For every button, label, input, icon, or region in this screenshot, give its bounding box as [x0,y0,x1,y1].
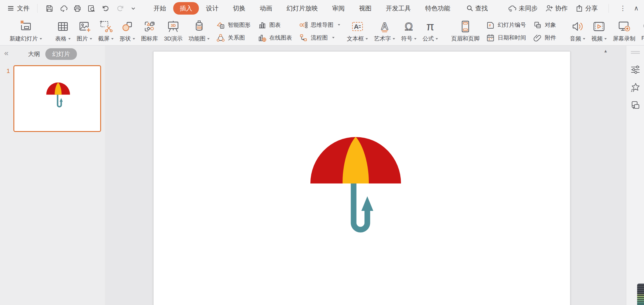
omega-glyph: Ω [405,21,413,33]
pi-glyph: π [426,20,434,33]
print-icon [73,4,81,13]
flowchart-label: 流程图 [311,34,328,42]
presentation-3d-label: 3D演示 [164,35,182,43]
tab-home[interactable]: 开始 [146,2,173,15]
object-button[interactable]: 对象 [531,18,558,31]
properties-sliders-icon[interactable] [630,65,640,75]
formula-pi-icon: π [423,20,437,33]
panel-handle-icon[interactable] [630,50,640,56]
relation-chart-icon [216,33,225,42]
object-label: 对象 [545,21,556,29]
screenshot-label: 截屏 [98,35,109,43]
effects-star-icon[interactable] [630,83,640,93]
tab-animation[interactable]: 动画 [253,2,279,15]
video-button[interactable]: 视频 [588,18,610,43]
table-button[interactable]: 表格 [52,18,74,43]
dropdown-caret-icon [40,38,42,40]
attachment-icon [533,33,542,42]
online-chart-button[interactable]: 在线图表 [256,31,294,44]
dropdown-caret-icon [436,38,438,40]
tab-design[interactable]: 设计 [199,2,226,15]
attachment-button[interactable]: 附件 [531,31,558,44]
icon-library-label: 图标库 [141,35,158,43]
print-button[interactable] [73,4,81,13]
right-tool-strip [626,46,644,305]
audio-icon [571,20,584,33]
dropdown-caret-icon [366,38,368,40]
chevron-down-icon [130,5,136,11]
tab-slides[interactable]: 幻灯片 [45,48,77,60]
chart-icon [258,21,267,29]
umbrella-graphic[interactable] [308,135,403,234]
flash-button[interactable]: F Flash [638,18,644,42]
file-menu-button[interactable]: 文件 [7,4,30,13]
textbox-button[interactable]: A 文本框 [344,18,371,43]
tab-review[interactable]: 审阅 [325,2,352,15]
video-label: 视频 [591,35,603,43]
save-button[interactable] [45,4,53,13]
smart-graphic-button[interactable]: 智能图形 [214,18,252,31]
editing-canvas[interactable]: ▲ [105,46,626,305]
chart-label: 图表 [269,21,281,29]
relation-chart-label: 关系图 [228,34,245,42]
video-icon [592,20,606,33]
sync-status-button[interactable]: 未同步 [508,4,538,13]
hamburger-icon [7,5,14,12]
presentation-3d-button[interactable]: 3D 3D演示 [161,18,185,43]
scrollbar-up-button[interactable]: ▲ [603,49,608,53]
chart-button[interactable]: 图表 [256,18,294,31]
screen-record-button[interactable]: 屏幕录制 [610,18,638,43]
find-button[interactable]: 查找 [466,4,488,13]
collaborate-button[interactable]: 协作 [545,4,568,13]
print-preview-button[interactable] [87,4,95,13]
symbol-button[interactable]: Ω 符号 [398,18,419,43]
table-label: 表格 [55,35,66,43]
new-slide-button[interactable]: 新建幻灯片 [7,18,45,43]
undo-button[interactable] [101,4,110,13]
redo-button[interactable] [116,4,124,13]
customize-toolbar-button[interactable] [130,5,136,11]
more-menu-button[interactable]: ⋮ [620,5,626,12]
attachment-label: 附件 [545,34,556,42]
collapse-ribbon-button[interactable]: ∧ [634,5,639,12]
relation-chart-button[interactable]: 关系图 [214,31,252,44]
umbrella-graphic-thumbnail [46,82,71,108]
tab-view[interactable]: 视图 [352,2,379,15]
taskbar-widget-peek[interactable] [637,284,644,305]
screenshot-icon [99,20,113,33]
wordart-button[interactable]: A 艺术字 [371,18,398,43]
share-button[interactable]: 分享 [575,4,598,13]
collaborate-label: 协作 [555,4,568,13]
icon-library-button[interactable]: 图标库 [138,18,161,43]
formula-button[interactable]: π 公式 [419,18,441,43]
slide-number-button[interactable]: # 幻灯片编号 [484,18,528,31]
screen-record-icon [617,20,631,33]
screenshot-button[interactable]: 截屏 [95,18,117,43]
slide-1-canvas[interactable] [153,51,570,305]
switch-shapes-icon[interactable] [630,100,640,111]
save-icon [45,4,53,13]
tab-outline[interactable]: 大纲 [28,50,40,58]
tab-developer[interactable]: 开发工具 [379,2,418,15]
slide-thumbnail[interactable] [13,65,101,132]
shapes-button[interactable]: 形状 [117,18,138,43]
tab-transition[interactable]: 切换 [226,2,253,15]
tab-insert[interactable]: 插入 [173,2,199,15]
function-chart-icon [192,20,206,33]
search-icon [466,5,473,12]
mindmap-button[interactable]: 思维导图 [297,18,342,31]
datetime-button[interactable]: 日期和时间 [484,31,528,44]
dropdown-caret-icon [414,38,417,40]
header-footer-button[interactable]: 页眉和页脚 [448,18,482,43]
tab-slideshow[interactable]: 幻灯片放映 [279,2,325,15]
flash-icon: F [642,20,644,33]
audio-button[interactable]: 音频 [567,18,588,43]
flowchart-button[interactable]: 流程图 [297,31,342,44]
symbol-omega-icon: Ω [402,20,416,33]
tab-special-features[interactable]: 特色功能 [418,2,457,15]
picture-button[interactable]: 图片 [74,18,95,43]
export-pdf-button[interactable] [59,4,67,13]
function-chart-button[interactable]: 功能图 [185,18,213,43]
collapse-panel-button[interactable]: « [4,49,8,58]
divider [609,4,609,13]
